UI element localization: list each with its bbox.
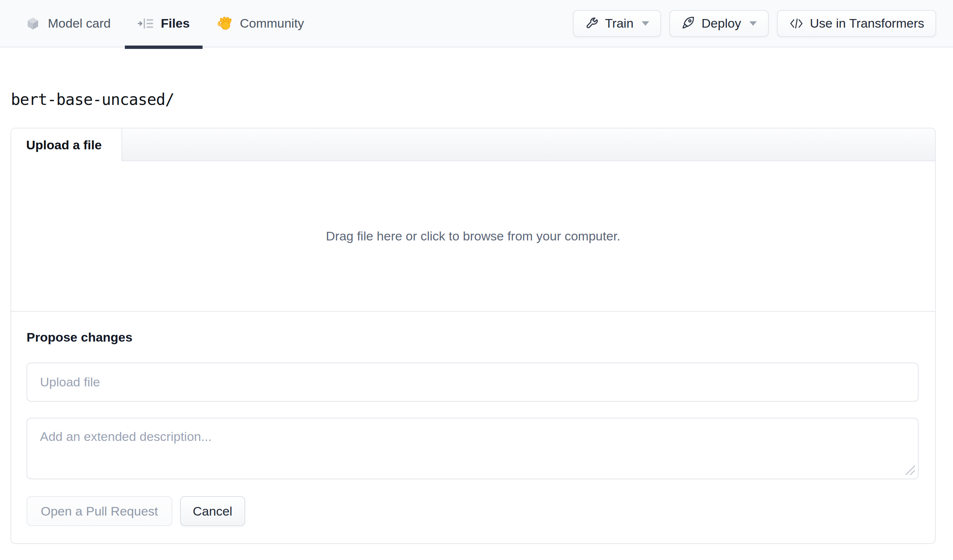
description-field-wrapper [26, 418, 919, 480]
train-button[interactable]: Train [573, 10, 661, 37]
use-in-transformers-button[interactable]: Use in Transformers [777, 10, 936, 37]
deploy-button[interactable]: Deploy [669, 10, 769, 37]
tab-upload-a-file[interactable]: Upload a file [11, 128, 122, 161]
file-dropzone[interactable]: Drag file here or click to browse from y… [11, 161, 935, 312]
repo-tabs: Model card Files [13, 0, 317, 47]
open-pull-request-button[interactable]: Open a Pull Request [26, 496, 172, 526]
repo-nav-bar: Model card Files [0, 0, 953, 47]
tab-model-card[interactable]: Model card [13, 0, 123, 47]
cancel-button[interactable]: Cancel [180, 496, 245, 526]
tab-model-card-label: Model card [48, 16, 111, 31]
chevron-down-icon [642, 21, 649, 26]
deploy-button-label: Deploy [702, 16, 741, 31]
repo-action-buttons: Train Deploy Use in Tr [573, 10, 936, 37]
tab-upload-a-file-label: Upload a file [26, 138, 102, 152]
upload-panel: Upload a file Drag file here or click to… [11, 128, 936, 544]
train-button-label: Train [605, 16, 633, 31]
tab-files-label: Files [161, 16, 189, 31]
waving-hand-icon [217, 15, 233, 31]
rocket-icon [681, 16, 695, 31]
extended-description-textarea[interactable] [26, 418, 919, 480]
tab-community-label: Community [240, 16, 304, 31]
propose-changes-heading: Propose changes [26, 330, 919, 345]
code-icon [789, 16, 804, 31]
propose-changes-section: Propose changes Open a Pull Request Canc… [11, 312, 935, 543]
upload-panel-header-fill [122, 128, 935, 161]
propose-actions-row: Open a Pull Request Cancel [26, 496, 919, 526]
cube-icon [25, 16, 40, 31]
tab-files[interactable]: Files [125, 0, 202, 47]
use-in-transformers-label: Use in Transformers [810, 16, 924, 31]
tab-community[interactable]: Community [204, 0, 317, 47]
dropzone-hint-text: Drag file here or click to browse from y… [326, 229, 620, 243]
breadcrumb: bert-base-uncased/ [11, 89, 953, 110]
upload-panel-header: Upload a file [11, 128, 935, 161]
chevron-down-icon [749, 21, 757, 26]
textarea-resize-handle[interactable] [905, 465, 915, 475]
files-list-icon [138, 16, 153, 31]
upload-filename-input[interactable] [26, 362, 919, 402]
wrench-icon [585, 16, 599, 31]
